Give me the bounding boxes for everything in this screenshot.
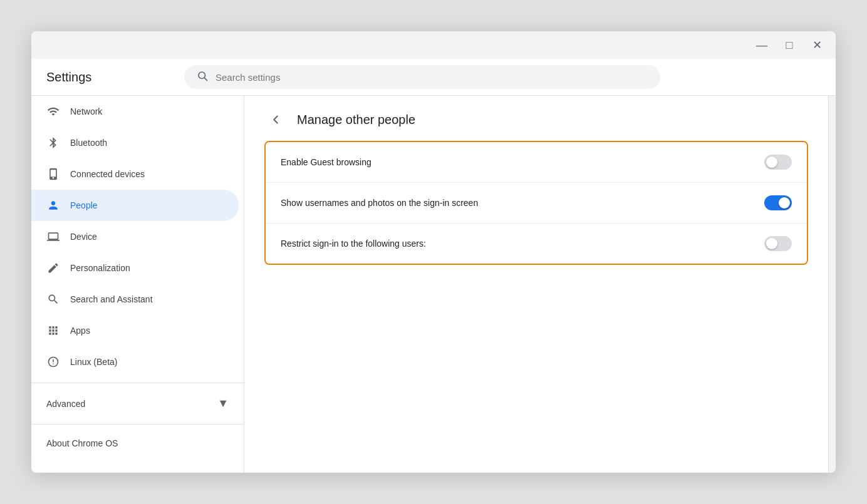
sidebar: Network Bluetooth Connected device [31,96,244,473]
laptop-icon [46,230,60,244]
wifi-icon [46,105,60,118]
sidebar-item-linux[interactable]: Linux (Beta) [31,346,239,378]
show-usernames-label: Show usernames and photos on the sign-in… [281,198,478,208]
restrict-signin-label: Restrict sign-in to the following users: [281,239,426,249]
sidebar-label-bluetooth: Bluetooth [70,138,107,148]
sidebar-item-network[interactable]: Network [31,96,239,127]
sidebar-label-network: Network [70,106,102,116]
sidebar-label-search-assistant: Search and Assistant [70,294,153,304]
person-icon [46,198,60,212]
sidebar-item-connected-devices[interactable]: Connected devices [31,158,239,190]
sidebar-item-device[interactable]: Device [31,221,239,252]
guest-browsing-toggle[interactable] [764,155,792,170]
search-input[interactable] [215,72,648,83]
restrict-signin-toggle[interactable] [764,236,792,251]
restrict-signin-slider [764,236,792,251]
linux-icon [46,355,60,369]
show-usernames-toggle[interactable] [764,195,792,210]
setting-row-show-usernames: Show usernames and photos on the sign-in… [266,183,807,224]
sidebar-label-apps: Apps [70,326,90,336]
content-header: Manage other people [244,96,828,141]
titlebar: — □ ✕ [31,31,836,59]
search-bar [184,65,660,89]
search-nav-icon [46,292,60,306]
pencil-icon [46,261,60,275]
maximize-button[interactable]: □ [781,36,798,54]
sidebar-label-people: People [70,200,98,210]
sidebar-divider [31,383,244,383]
about-label: About Chrome OS [46,438,118,448]
chevron-down-icon: ▼ [217,397,229,410]
settings-card: Enable Guest browsing Show usernames and… [264,141,808,265]
guest-browsing-label: Enable Guest browsing [281,157,371,167]
setting-row-guest-browsing: Enable Guest browsing [266,142,807,183]
settings-title: Settings [46,70,184,85]
back-button[interactable] [264,108,287,131]
svg-line-1 [204,78,207,80]
settings-window: — □ ✕ Settings [31,31,836,473]
sidebar-item-search-assistant[interactable]: Search and Assistant [31,284,239,315]
sidebar-label-connected-devices: Connected devices [70,169,145,179]
main-area: Network Bluetooth Connected device [31,96,836,473]
close-button[interactable]: ✕ [808,36,826,54]
sidebar-divider-2 [31,424,244,424]
page-title: Manage other people [297,113,415,127]
sidebar-label-personalization: Personalization [70,263,130,273]
content-panel: Manage other people Enable Guest browsin… [244,96,828,473]
show-usernames-slider [764,195,792,210]
search-icon [197,70,208,84]
sidebar-item-personalization[interactable]: Personalization [31,252,239,284]
sidebar-item-bluetooth[interactable]: Bluetooth [31,127,239,158]
bluetooth-icon [46,136,60,150]
sidebar-item-about[interactable]: About Chrome OS [31,429,239,457]
setting-row-restrict-signin: Restrict sign-in to the following users: [266,224,807,264]
sidebar-item-apps[interactable]: Apps [31,315,239,346]
guest-browsing-slider [764,155,792,170]
connected-devices-icon [46,167,60,181]
sidebar-label-linux: Linux (Beta) [70,357,117,367]
sidebar-label-device: Device [70,232,97,242]
scrollbar[interactable] [828,96,836,473]
minimize-button[interactable]: — [753,36,771,54]
apps-icon [46,324,60,337]
advanced-label: Advanced [46,399,85,409]
sidebar-item-advanced[interactable]: Advanced ▼ [31,388,244,419]
sidebar-item-people[interactable]: People [31,190,239,221]
settings-header: Settings [31,59,836,96]
